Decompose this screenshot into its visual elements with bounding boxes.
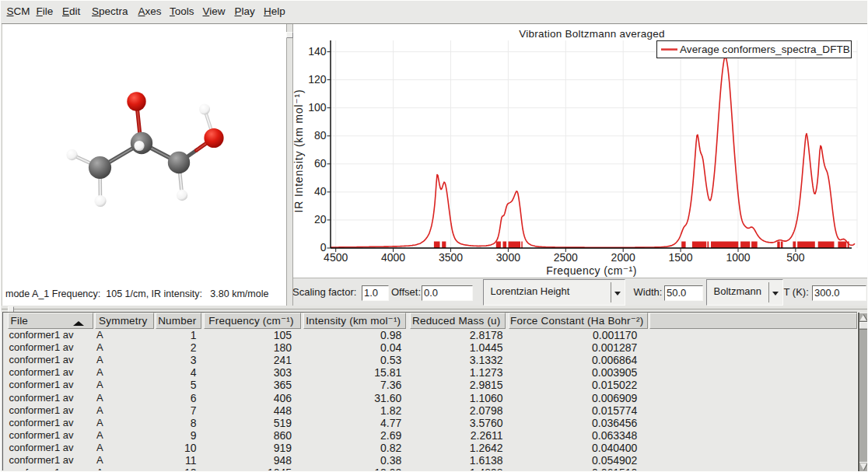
svg-text:3000: 3000 — [496, 251, 520, 264]
svg-text:1500: 1500 — [669, 251, 693, 264]
svg-text:2000: 2000 — [611, 251, 635, 264]
svg-text:3500: 3500 — [439, 251, 463, 264]
svg-text:4000: 4000 — [381, 251, 405, 264]
svg-text:1000: 1000 — [726, 251, 750, 264]
svg-text:120: 120 — [308, 73, 327, 86]
svg-text:0: 0 — [320, 241, 327, 253]
svg-text:140: 140 — [308, 45, 327, 58]
svg-text:20: 20 — [314, 213, 327, 226]
svg-text:80: 80 — [314, 129, 327, 142]
svg-text:500: 500 — [786, 251, 805, 264]
svg-text:Average conformers_spectra_DFT: Average conformers_spectra_DFTB — [680, 44, 850, 55]
svg-text:4500: 4500 — [324, 251, 348, 264]
svg-text:60: 60 — [314, 157, 327, 170]
svg-text:40: 40 — [314, 185, 327, 198]
svg-text:2500: 2500 — [554, 251, 578, 264]
svg-text:Vibration Boltzmann averaged: Vibration Boltzmann averaged — [519, 28, 665, 40]
svg-text:Frequency (cm⁻¹): Frequency (cm⁻¹) — [546, 264, 636, 277]
svg-text:100: 100 — [308, 101, 327, 114]
svg-text:IR Intensity (km mol⁻¹): IR Intensity (km mol⁻¹) — [293, 89, 305, 213]
